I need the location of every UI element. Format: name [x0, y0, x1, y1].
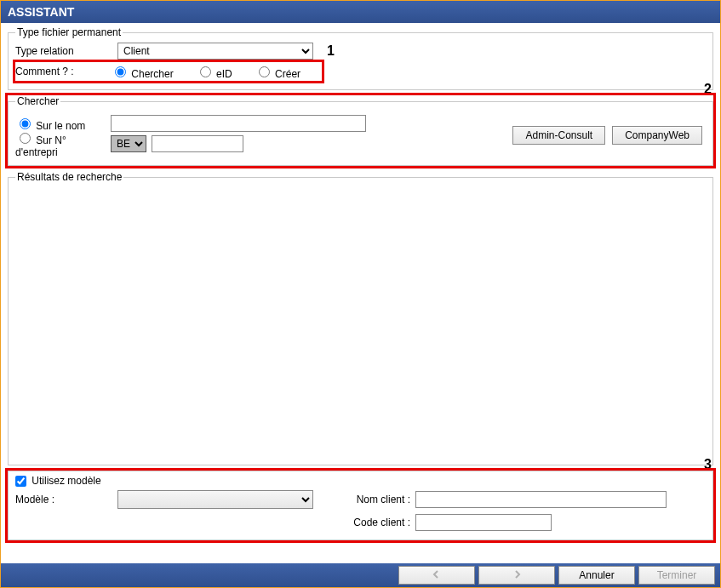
window-title: ASSISTANT: [8, 5, 74, 19]
annotation-1: 1: [327, 43, 335, 59]
radio-eid[interactable]: [200, 66, 211, 77]
input-nom[interactable]: [111, 115, 366, 132]
select-country[interactable]: BE: [111, 135, 146, 152]
btn-prev[interactable]: [398, 566, 475, 585]
radio-chercher-text: Chercher: [131, 68, 173, 80]
comment-row: Comment ? : Chercher eID Créer: [15, 62, 322, 81]
radio-sur-num[interactable]: [20, 133, 31, 144]
input-entreprise-num[interactable]: [152, 135, 243, 152]
radio-group-comment: Chercher eID Créer: [111, 64, 321, 80]
legend-permanent: Type fichier permanent: [15, 26, 123, 38]
label-comment: Comment ? :: [15, 66, 111, 77]
radio-chercher-label[interactable]: Chercher: [111, 64, 174, 80]
fieldset-permanent: Type fichier permanent Type relation Cli…: [8, 26, 713, 90]
select-type-relation[interactable]: Client: [117, 43, 313, 60]
label-code-client: Code client :: [330, 517, 415, 528]
content-area: Type fichier permanent Type relation Cli…: [1, 23, 720, 563]
arrow-right-icon: [512, 569, 522, 579]
input-code-client[interactable]: [415, 514, 552, 531]
checkbox-use-model-label[interactable]: Utilisez modèle: [15, 475, 101, 487]
checkbox-use-model-text: Utilisez modèle: [31, 475, 100, 487]
radio-creer-text: Créer: [275, 68, 300, 80]
select-modele[interactable]: [117, 490, 313, 509]
btn-annuler[interactable]: Annuler: [558, 566, 635, 585]
fieldset-chercher: Chercher Admin-Consult CompanyWeb Sur le…: [8, 95, 713, 166]
radio-eid-label[interactable]: eID: [196, 64, 232, 80]
btn-next[interactable]: [478, 566, 555, 585]
fieldset-results: Résultats de recherche: [8, 171, 713, 465]
radio-chercher[interactable]: [115, 66, 126, 77]
search-buttons: Admin-Consult CompanyWeb: [512, 126, 702, 145]
footer-bar: Annuler Terminer: [1, 563, 720, 587]
label-nom-client: Nom client :: [330, 494, 415, 505]
legend-chercher: Chercher: [15, 95, 60, 107]
radio-creer-label[interactable]: Créer: [255, 64, 300, 80]
btn-admin-consult[interactable]: Admin-Consult: [512, 126, 605, 145]
checkbox-use-model[interactable]: [15, 476, 26, 487]
arrow-left-icon: [432, 569, 442, 579]
window-header: ASSISTANT: [1, 1, 720, 23]
label-modele: Modèle :: [15, 494, 117, 505]
btn-company-web[interactable]: CompanyWeb: [612, 126, 702, 145]
label-type-relation: Type relation: [15, 45, 117, 57]
radio-sur-num-label[interactable]: Sur N° d'entrepri: [15, 130, 111, 158]
fieldset-modele: Utilisez modèle Modèle : Nom client : Co…: [8, 471, 713, 540]
legend-results: Résultats de recherche: [15, 171, 123, 183]
input-nom-client[interactable]: [415, 491, 667, 508]
radio-creer[interactable]: [259, 66, 270, 77]
radio-eid-text: eID: [216, 68, 232, 80]
btn-terminer[interactable]: Terminer: [638, 566, 715, 585]
radio-sur-nom[interactable]: [20, 118, 31, 129]
